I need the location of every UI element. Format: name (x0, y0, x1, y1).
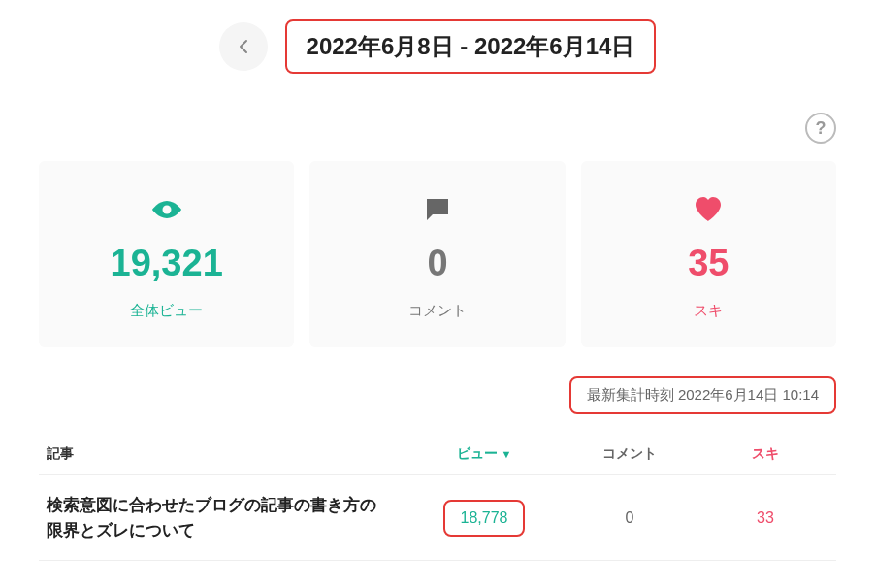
article-views-value: 18,778 (443, 500, 526, 537)
timestamp-row: 最新集計時刻 2022年6月14日 10:14 (39, 376, 836, 414)
date-navigation: 2022年6月8日 - 2022年6月14日 (39, 19, 836, 74)
column-header-likes[interactable]: スキ (702, 445, 828, 463)
article-title: 検索意図に合わせたブログの記事の書き方の限界とズレについて (47, 493, 411, 542)
likes-card[interactable]: 35 スキ (581, 161, 836, 347)
stats-row: 19,321 全体ビュー 0 コメント 35 スキ (39, 161, 836, 347)
table-row[interactable]: 検索意図に合わせたブログの記事の書き方の限界とズレについて 18,778 0 3… (39, 475, 836, 561)
article-views-cell: 18,778 (411, 500, 557, 537)
views-label: 全体ビュー (49, 302, 284, 320)
eye-icon (49, 190, 284, 229)
chevron-left-icon (237, 39, 250, 54)
views-value: 19,321 (49, 243, 284, 284)
heart-icon (591, 190, 826, 229)
sort-descending-icon: ▼ (502, 448, 512, 460)
views-card[interactable]: 19,321 全体ビュー (39, 161, 294, 347)
comments-label: コメント (319, 302, 555, 320)
help-row: ? (39, 113, 836, 144)
previous-period-button[interactable] (219, 22, 268, 71)
table-header-row: 記事 ビュー ▼ コメント スキ (39, 434, 836, 475)
likes-label: スキ (591, 302, 826, 320)
column-header-title[interactable]: 記事 (47, 445, 411, 463)
column-header-views[interactable]: ビュー ▼ (411, 445, 557, 463)
article-likes-value: 33 (702, 509, 828, 527)
article-comments-value: 0 (557, 509, 702, 527)
column-header-comments[interactable]: コメント (557, 445, 702, 463)
column-header-views-label: ビュー (457, 445, 498, 463)
last-updated-timestamp: 最新集計時刻 2022年6月14日 10:14 (569, 376, 836, 414)
speech-bubble-icon (319, 190, 555, 229)
comments-value: 0 (319, 243, 555, 284)
likes-value: 35 (591, 243, 826, 284)
help-icon[interactable]: ? (805, 113, 836, 144)
svg-point-0 (162, 206, 171, 214)
date-range[interactable]: 2022年6月8日 - 2022年6月14日 (285, 19, 657, 74)
comments-card[interactable]: 0 コメント (309, 161, 565, 347)
